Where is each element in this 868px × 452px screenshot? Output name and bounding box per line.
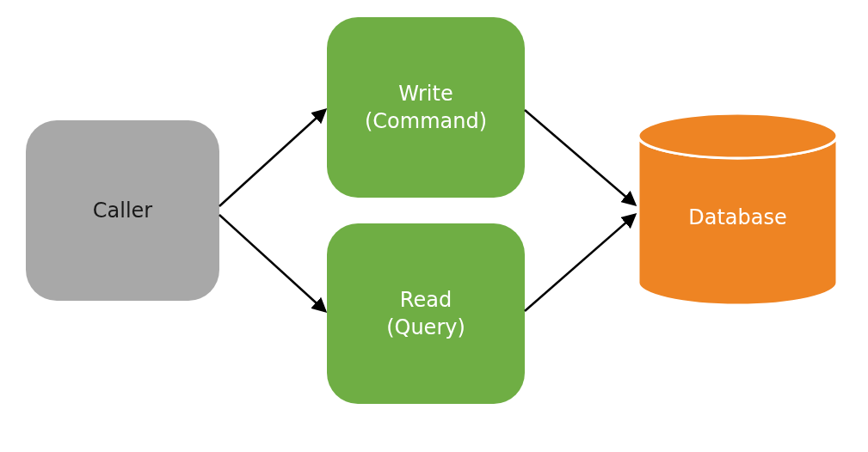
write-node: Write (Command) bbox=[327, 17, 525, 198]
read-node: Read (Query) bbox=[327, 223, 525, 404]
read-label-line2: (Query) bbox=[386, 314, 465, 341]
caller-label: Caller bbox=[93, 197, 152, 224]
caller-node: Caller bbox=[26, 120, 219, 301]
arrow-caller-to-read bbox=[219, 215, 325, 311]
arrow-write-to-db bbox=[525, 110, 635, 205]
write-label-line1: Write bbox=[365, 80, 487, 107]
arrow-caller-to-write bbox=[219, 110, 325, 206]
read-label-line1: Read bbox=[386, 286, 465, 314]
arrow-read-to-db bbox=[525, 215, 635, 311]
svg-point-0 bbox=[638, 113, 837, 158]
database-node: Database bbox=[637, 112, 839, 307]
database-label: Database bbox=[688, 204, 787, 231]
write-label-line2: (Command) bbox=[365, 107, 487, 135]
